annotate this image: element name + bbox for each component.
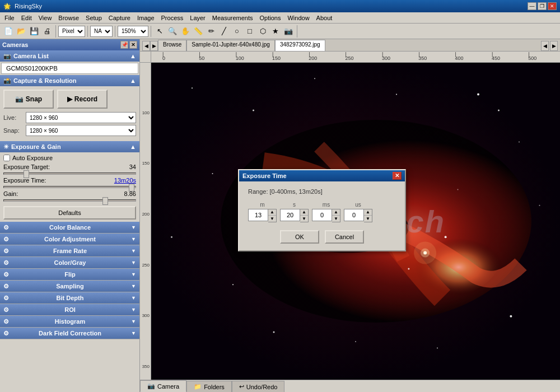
menu-item-browse[interactable]: Browse xyxy=(55,13,82,22)
spinner-down-ms[interactable]: ▼ xyxy=(332,216,340,222)
camera-tool[interactable]: 📷 xyxy=(282,25,295,38)
exposure-target-thumb[interactable] xyxy=(24,170,29,178)
gain-thumb[interactable] xyxy=(102,197,108,205)
maximize-button[interactable]: ❐ xyxy=(538,2,547,10)
section-header-roi[interactable]: ⚙ ROI ▼ xyxy=(0,304,139,315)
section-header-sampling[interactable]: ⚙ Sampling ▼ xyxy=(0,281,139,292)
spinner-down-m[interactable]: ▼ xyxy=(268,216,276,222)
spinner-up-m[interactable]: ▲ xyxy=(268,209,276,216)
snap-button[interactable]: 📷 Snap xyxy=(3,90,54,109)
print-button[interactable]: 🖨 xyxy=(41,25,53,38)
capture-expand[interactable]: ▲ xyxy=(130,77,136,84)
spinner-down-s[interactable]: ▼ xyxy=(300,216,308,222)
tab-jupiter[interactable]: Sample-01-Jupiter-640x480.jpg xyxy=(186,40,275,51)
polygon-tool[interactable]: ⬡ xyxy=(256,25,269,38)
section-label: Color/Gray xyxy=(54,259,86,266)
exposure-expand[interactable]: ▲ xyxy=(130,143,136,150)
menu-item-process[interactable]: Process xyxy=(158,13,187,22)
live-resolution-select[interactable]: 1280 × 960 xyxy=(26,112,136,123)
camera-list-header: 📷 Camera List ▲ xyxy=(0,50,139,62)
menu-item-view[interactable]: View xyxy=(35,13,55,22)
spinner-input-s[interactable] xyxy=(280,209,300,221)
menu-item-window[interactable]: Window xyxy=(284,13,312,22)
menu-item-setup[interactable]: Setup xyxy=(82,13,105,22)
spinner-us: ▲ ▼ xyxy=(344,209,372,222)
pixel-select[interactable]: Pixel xyxy=(58,26,85,37)
save-button[interactable]: 💾 xyxy=(28,25,40,38)
tab-folders[interactable]: 📁 Folders xyxy=(186,381,232,392)
tab-3482973092[interactable]: 3482973092.jpg xyxy=(275,40,325,51)
rect-tool[interactable]: □ xyxy=(244,25,256,38)
capture-section: 📷 Snap ▶ Record Live: 1280 × 960 Snap: 1… xyxy=(0,86,139,141)
section-header-bit-depth[interactable]: ⚙ Bit Depth ▼ xyxy=(0,292,139,304)
menu-item-capture[interactable]: Capture xyxy=(105,13,134,22)
camera-list-expand[interactable]: ▲ xyxy=(130,53,136,59)
zoom-select[interactable]: 150% xyxy=(118,26,148,37)
menu-item-edit[interactable]: Edit xyxy=(18,13,35,22)
cursor-tool[interactable]: ↖ xyxy=(153,25,166,38)
defaults-button[interactable]: Defaults xyxy=(3,206,136,220)
star-tool[interactable]: ★ xyxy=(269,25,282,38)
spinner-input-ms[interactable] xyxy=(312,209,332,221)
record-button[interactable]: ▶ Record xyxy=(57,90,108,109)
snap-icon: 📷 xyxy=(15,95,24,103)
exposure-time-thumb[interactable] xyxy=(129,184,134,192)
toolbar-group-file: 📄 📂 💾 🖨 xyxy=(2,25,56,38)
pencil-tool[interactable]: ✏ xyxy=(205,25,217,38)
snap-resolution-select[interactable]: 1280 × 960 xyxy=(26,125,136,136)
toolbar: 📄 📂 💾 🖨 Pixel NA 150% ↖ 🔍 ✋ 📏 ✏ ╱ ○ □ ⬡ … xyxy=(0,24,560,39)
titlebar: 🌟 RisingSky — ❐ ✕ xyxy=(0,0,560,12)
camera-list-item[interactable]: GCM0S01200KPB xyxy=(1,63,138,74)
minimize-button[interactable]: — xyxy=(528,2,536,10)
line-tool[interactable]: ╱ xyxy=(218,25,230,38)
new-button[interactable]: 📄 xyxy=(2,25,15,38)
panel-close-button[interactable]: ✕ xyxy=(129,41,137,49)
menu-item-options[interactable]: Options xyxy=(256,13,284,22)
tab-next-button[interactable]: ▶ xyxy=(150,41,158,51)
dialog-buttons: OK Cancel xyxy=(248,230,396,244)
panel-pin-button[interactable]: 📌 xyxy=(120,41,128,49)
section-header-flip[interactable]: ⚙ Flip ▼ xyxy=(0,269,139,280)
tab-camera[interactable]: 📷 Camera xyxy=(140,380,186,392)
section-icon: ⚙ xyxy=(3,295,9,302)
ruler-mark-h-100: 100 xyxy=(236,52,244,62)
dialog-ok-button[interactable]: OK xyxy=(280,230,319,244)
tab-scroll-left[interactable]: ◀ xyxy=(541,41,549,51)
dialog-close-button[interactable]: ✕ xyxy=(393,172,402,180)
spinner-up-s[interactable]: ▲ xyxy=(300,209,308,216)
section-header-frame-rate[interactable]: ⚙ Frame Rate ▼ xyxy=(0,245,139,256)
dialog-cancel-button[interactable]: Cancel xyxy=(325,230,364,244)
section-header-histogram[interactable]: ⚙ Histogram ▼ xyxy=(0,316,139,327)
auto-exposure-checkbox[interactable] xyxy=(3,155,10,161)
menu-item-about[interactable]: About xyxy=(313,13,336,22)
measure-tool[interactable]: 📏 xyxy=(192,25,204,38)
spinner-input-us[interactable] xyxy=(344,209,364,221)
menu-item-layer[interactable]: Layer xyxy=(186,13,209,22)
browse-tab[interactable]: Browse xyxy=(158,40,186,51)
na-select[interactable]: NA xyxy=(90,26,113,37)
section-label: Bit Depth xyxy=(57,295,84,301)
tab-scroll-right[interactable]: ▶ xyxy=(550,41,558,51)
ruler-mark-h-350: 350 xyxy=(418,52,427,62)
menu-item-image[interactable]: Image xyxy=(134,13,158,22)
exposure-gain-header: ☀ Exposure & Gain ▲ xyxy=(0,141,139,152)
pan-tool[interactable]: ✋ xyxy=(179,25,192,38)
menu-item-measurements[interactable]: Measurements xyxy=(209,13,256,22)
tab-undo-redo[interactable]: ↩ Undo/Redo xyxy=(232,381,285,392)
close-button[interactable]: ✕ xyxy=(548,2,557,10)
section-header-color-balance[interactable]: ⚙ Color Balance ▼ xyxy=(0,222,139,233)
circle-tool[interactable]: ○ xyxy=(231,25,243,38)
spinner-up-us[interactable]: ▲ xyxy=(364,209,372,216)
menu-item-file[interactable]: File xyxy=(1,13,18,22)
section-header-color-adjustment[interactable]: ⚙ Color Adjustment ▼ xyxy=(0,234,139,245)
tab-prev-button[interactable]: ◀ xyxy=(142,41,150,51)
spinner-down-us[interactable]: ▼ xyxy=(364,216,372,222)
section-header-dark-field-correction[interactable]: ⚙ Dark Field Correction ▼ xyxy=(0,328,139,339)
spinner-up-ms[interactable]: ▲ xyxy=(332,209,340,216)
exposure-icon: ☀ xyxy=(3,143,9,151)
section-label: ROI xyxy=(64,306,76,313)
open-button[interactable]: 📂 xyxy=(15,25,27,38)
spinner-input-m[interactable] xyxy=(248,209,268,221)
section-header-color-gray[interactable]: ⚙ Color/Gray ▼ xyxy=(0,257,139,268)
zoom-tool[interactable]: 🔍 xyxy=(166,25,179,38)
